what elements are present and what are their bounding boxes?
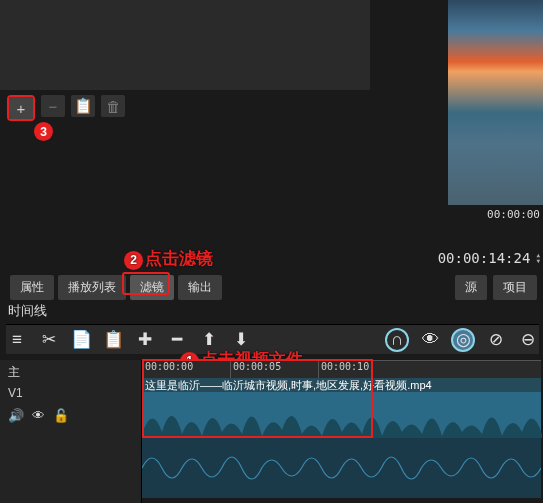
main-timecode[interactable]: 00:00:14:24 ▲▼ xyxy=(438,250,540,266)
annotation-badge-2: 2 xyxy=(124,251,143,270)
trash-icon: 🗑 xyxy=(106,98,121,115)
tab-attributes[interactable]: 属性 xyxy=(10,275,54,300)
ruler-tick-2: 00:00:10 xyxy=(318,361,406,378)
panel-tabs-left: 属性 播放列表 滤镜 输出 xyxy=(10,275,222,300)
tab-playlist[interactable]: 播放列表 xyxy=(58,275,126,300)
add-filter-button[interactable]: + xyxy=(9,97,33,119)
ruler-tick-1: 00:00:05 xyxy=(230,361,318,378)
zoom-out-button[interactable]: ⊖ xyxy=(517,329,539,351)
append-button[interactable]: ✚ xyxy=(134,329,156,351)
arrow-up-icon: ⬆ xyxy=(202,329,216,350)
target-icon: ◎ xyxy=(456,329,471,350)
timecode-spinner[interactable]: ▲▼ xyxy=(536,252,540,264)
copy-filter-button[interactable]: 📋 xyxy=(71,95,95,117)
timecode-value: 00:00:14:24 xyxy=(438,250,531,266)
track-mute-button[interactable]: 🔊 xyxy=(8,408,24,423)
ripple-button[interactable]: ◎ xyxy=(451,328,475,352)
tab-project[interactable]: 项目 xyxy=(493,275,537,300)
tab-output[interactable]: 输出 xyxy=(178,275,222,300)
magnet-icon: ∩ xyxy=(391,330,403,350)
track-header-main[interactable]: 主 xyxy=(0,360,141,380)
eye2-icon: 👁 xyxy=(32,408,45,423)
delete-filter-button[interactable]: 🗑 xyxy=(101,95,125,117)
copy-icon: 📋 xyxy=(74,97,93,115)
filter-preview-panel xyxy=(0,0,370,90)
tab-filter[interactable]: 滤镜 xyxy=(130,275,174,300)
ripple-all-button[interactable]: ⊘ xyxy=(485,329,507,351)
cut-button[interactable]: ✂ xyxy=(38,329,60,351)
audio-waveform xyxy=(142,438,541,498)
video-clip[interactable]: 这里是临沂——临沂城市视频,时事,地区发展,好看视频.mp4 xyxy=(142,378,541,438)
track-lock-button[interactable]: 🔓 xyxy=(53,408,69,423)
timeline-menu-button[interactable]: ≡ xyxy=(6,329,28,351)
clip-title: 这里是临沂——临沂城市视频,时事,地区发展,好看视频.mp4 xyxy=(142,378,541,392)
track-headers: 主 V1 🔊 👁 🔓 xyxy=(0,360,142,503)
minus-icon: − xyxy=(49,98,58,115)
scrub-audio-button[interactable]: 👁 xyxy=(419,329,441,351)
scissors-icon: ✂ xyxy=(42,329,56,350)
eye-icon: 👁 xyxy=(422,330,439,350)
copy-button[interactable]: 📄 xyxy=(70,329,92,351)
clipboard-icon: 📄 xyxy=(71,329,92,350)
track-header-v1[interactable]: V1 🔊 👁 🔓 xyxy=(0,380,141,440)
timeline-ruler[interactable]: 00:00:00 00:00:05 00:00:10 xyxy=(142,360,541,378)
preview-timecode: 00:00:00 xyxy=(487,208,540,221)
video-preview-thumb[interactable] xyxy=(448,0,543,205)
zoom-out-icon: ⊖ xyxy=(521,329,535,350)
track-v1-label: V1 xyxy=(8,386,133,400)
clip-waveform xyxy=(142,394,542,438)
stop-icon: ⊘ xyxy=(489,329,503,350)
panel-tabs-right: 源 项目 xyxy=(455,275,537,300)
speaker-icon: 🔊 xyxy=(8,408,24,423)
clipboard2-icon: 📋 xyxy=(103,329,124,350)
annotation-badge-3: 3 xyxy=(34,122,53,141)
snap-button[interactable]: ∩ xyxy=(385,328,409,352)
paste-button[interactable]: 📋 xyxy=(102,329,124,351)
plus-icon: + xyxy=(17,100,26,117)
audio-track-area[interactable] xyxy=(142,438,541,498)
minus2-icon: ━ xyxy=(172,329,182,350)
tab-source[interactable]: 源 xyxy=(455,275,487,300)
filter-toolbar: + − 📋 🗑 xyxy=(7,95,125,121)
arrow-down-icon: ⬇ xyxy=(234,329,248,350)
menu-icon: ≡ xyxy=(12,330,22,350)
ruler-tick-0: 00:00:00 xyxy=(142,361,230,378)
annotation-step2: 2点击滤镜 xyxy=(124,247,213,270)
unlock-icon: 🔓 xyxy=(53,408,69,423)
remove-filter-button[interactable]: − xyxy=(41,95,65,117)
plus2-icon: ✚ xyxy=(138,329,152,350)
timeline-section-label: 时间线 xyxy=(8,302,47,320)
track-v1-controls: 🔊 👁 🔓 xyxy=(8,408,133,423)
track-hide-button[interactable]: 👁 xyxy=(32,408,45,423)
